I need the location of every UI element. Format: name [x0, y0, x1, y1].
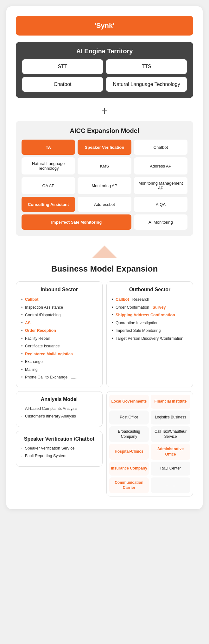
outbound-list: Callbot Research Order Confirmation Surv…: [111, 297, 188, 341]
market-cell-financial: Financial Institute: [151, 395, 190, 409]
analysis-card: Analysis Model AI-based Complaints Analy…: [16, 391, 103, 427]
market-cell-broadcasting: Broadcasting Company: [109, 426, 149, 442]
inbound-outbound-row: Inbound Sector Callbot Inspection Assist…: [16, 281, 193, 387]
market-cell-local-gov: Local Governments: [109, 395, 149, 409]
outbound-item-imperfect: Imperfect Sale Monitoring: [111, 328, 188, 334]
speaker-item-service: Speaker Verification Service: [21, 446, 98, 451]
inbound-item-certificate: Certificate Issuance: [21, 344, 98, 349]
speaker-verification-title: Speaker Verification /Chatbot: [21, 436, 98, 442]
market-grid: Local Governments Financial Institute Po…: [109, 395, 190, 493]
aicc-cell-addressbot: Addressbot: [78, 197, 131, 212]
market-cell-insurance: Insurance Company: [109, 462, 149, 476]
inbound-item-as: AS: [21, 320, 98, 326]
inbound-sector-card: Inbound Sector Callbot Inspection Assist…: [16, 281, 103, 387]
aicc-cell-address-ap: Address AP: [134, 157, 187, 174]
synk-button[interactable]: 'Synk': [16, 16, 193, 36]
market-cell-logistics: Logistics Business: [151, 411, 190, 424]
svg-marker-0: [92, 246, 117, 258]
engine-cell-tts: TTS: [106, 59, 187, 74]
market-cell-dots: ........: [151, 477, 190, 493]
market-cell-admin: Administrative Office: [151, 444, 190, 460]
plus-sign: +: [16, 104, 193, 118]
aicc-cell-kms: KMS: [78, 157, 131, 174]
market-grid-card: Local Governments Financial Institute Po…: [106, 391, 193, 497]
outbound-item-quarantine: Quarantine Investigation: [111, 320, 188, 326]
aicc-cell-ta: TA: [22, 140, 75, 155]
engine-grid: STT TTS Chatbot Natural Language Technol…: [22, 59, 187, 92]
speaker-verification-list: Speaker Verification Service Fault Repor…: [21, 446, 98, 459]
market-cell-hospital: Hospital-Clinics: [109, 444, 149, 460]
aicc-cell-nlt: Natural Language Technology: [22, 157, 75, 174]
market-cell-communication: Communication Carrier: [109, 477, 149, 493]
main-container: 'Synk' AI Engine Territory STT TTS Chatb…: [6, 6, 203, 509]
analysis-item-itinerary: Customer's Itinerary Analysis: [21, 414, 98, 419]
aicc-cell-imperfect-sale: Imperfect Sale Monitoring: [22, 214, 131, 230]
inbound-item-callbot: Callbot: [21, 297, 98, 303]
outbound-title: Outbound Sector: [111, 287, 188, 292]
inbound-item-exchange: Exchange: [21, 359, 98, 365]
outbound-item-target: Target Person Discovery /Confirmation: [111, 336, 188, 342]
biz-model-title: Business Model Expansion: [16, 264, 193, 274]
aicc-cell-aiqa: AIQA: [134, 197, 187, 212]
aicc-cell-consulting: Consulting Assistant: [22, 197, 75, 212]
analysis-list: AI-based Complaints Analysis Customer's …: [21, 406, 98, 419]
biz-triangle-icon: [16, 246, 193, 260]
ai-engine-title: AI Engine Territory: [22, 48, 187, 55]
outbound-item-callbot: Callbot Research: [111, 297, 188, 303]
bottom-row: Analysis Model AI-based Complaints Analy…: [16, 391, 193, 497]
aicc-box: AICC Expansion Model TA Speaker Verifica…: [16, 121, 193, 236]
aicc-cell-speaker-verification: Speaker Verification: [78, 140, 131, 155]
market-cell-taxi: Call Taxi/Chauffeur Service: [151, 426, 190, 442]
inbound-item-facility: Facility Repair: [21, 336, 98, 342]
engine-cell-nlt: Natural Language Technology: [106, 77, 187, 92]
analysis-title: Analysis Model: [21, 397, 98, 402]
engine-cell-chatbot: Chatbot: [22, 77, 103, 92]
inbound-item-mailing: Mailing: [21, 367, 98, 373]
aicc-cell-qa-ap: QA AP: [22, 177, 75, 194]
inbound-item-control: Control /Dispatching: [21, 312, 98, 318]
aicc-grid: TA Speaker Verification Chatbot Natural …: [22, 140, 187, 230]
inbound-title: Inbound Sector: [21, 287, 98, 292]
speaker-verification-card: Speaker Verification /Chatbot Speaker Ve…: [16, 431, 103, 467]
speaker-item-fault: Fault Reporting System: [21, 453, 98, 459]
ai-engine-box: AI Engine Territory STT TTS Chatbot Natu…: [16, 42, 193, 98]
aicc-cell-monitoring-mgmt: Monitoring Management AP: [134, 177, 187, 194]
inbound-item-phone: Phone Call to Exchange ......: [21, 375, 98, 380]
aicc-cell-chatbot: Chatbot: [134, 140, 187, 155]
market-cell-post: Post Office: [109, 411, 149, 424]
outbound-item-shipping: Shipping Address Confirmation: [111, 312, 188, 318]
analysis-item-complaints: AI-based Complaints Analysis: [21, 406, 98, 412]
inbound-list: Callbot Inspection Assistance Control /D…: [21, 297, 98, 380]
outbound-sector-card: Outbound Sector Callbot Research Order C…: [106, 281, 193, 387]
market-cell-rd: R&D Center: [151, 462, 190, 476]
outbound-item-order: Order Confirmation Survey: [111, 305, 188, 311]
aicc-title: AICC Expansion Model: [22, 127, 187, 135]
left-bottom-col: Analysis Model AI-based Complaints Analy…: [16, 391, 103, 497]
inbound-item-registered: Registered Mail/Logistics: [21, 352, 98, 357]
aicc-cell-ai-monitoring: AI Monitoring: [134, 214, 187, 230]
inbound-item-inspection: Inspection Assistance: [21, 305, 98, 311]
inbound-item-order: Order Reception: [21, 328, 98, 334]
engine-cell-stt: STT: [22, 59, 103, 74]
aicc-cell-monitoring-ap: Monitoring AP: [78, 177, 131, 194]
